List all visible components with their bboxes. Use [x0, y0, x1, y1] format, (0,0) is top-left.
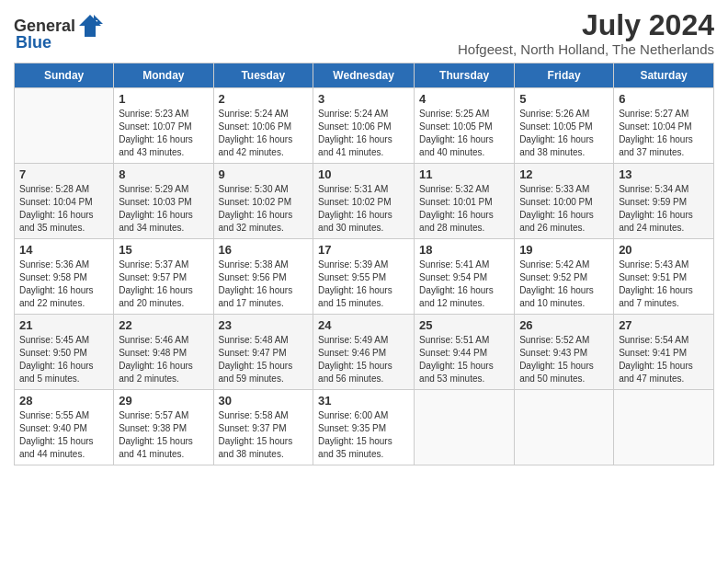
- day-info: Sunrise: 5:34 AM Sunset: 9:59 PM Dayligh…: [619, 183, 709, 235]
- day-number: 18: [419, 243, 509, 257]
- day-number: 23: [219, 318, 309, 332]
- day-cell: 24Sunrise: 5:49 AM Sunset: 9:46 PM Dayli…: [313, 315, 415, 390]
- day-cell: 30Sunrise: 5:58 AM Sunset: 9:37 PM Dayli…: [213, 390, 313, 465]
- day-number: 17: [318, 243, 409, 257]
- day-info: Sunrise: 5:38 AM Sunset: 9:56 PM Dayligh…: [219, 259, 309, 310]
- day-cell: 25Sunrise: 5:51 AM Sunset: 9:44 PM Dayli…: [415, 315, 515, 390]
- day-number: 1: [119, 92, 208, 106]
- day-info: Sunrise: 5:30 AM Sunset: 10:02 PM Daylig…: [219, 183, 309, 235]
- day-info: Sunrise: 5:27 AM Sunset: 10:04 PM Daylig…: [619, 108, 709, 159]
- title-area: July 2024 Hofgeest, North Holland, The N…: [458, 9, 714, 57]
- week-row-4: 21Sunrise: 5:45 AM Sunset: 9:50 PM Dayli…: [15, 315, 714, 390]
- day-cell: 5Sunrise: 5:26 AM Sunset: 10:05 PM Dayli…: [515, 88, 614, 164]
- day-number: 10: [318, 167, 409, 181]
- day-cell: 19Sunrise: 5:42 AM Sunset: 9:52 PM Dayli…: [515, 239, 614, 315]
- location-title: Hofgeest, North Holland, The Netherlands: [458, 41, 714, 57]
- day-cell: 17Sunrise: 5:39 AM Sunset: 9:55 PM Dayli…: [313, 239, 415, 315]
- day-cell: 7Sunrise: 5:28 AM Sunset: 10:04 PM Dayli…: [15, 164, 114, 239]
- day-cell: 21Sunrise: 5:45 AM Sunset: 9:50 PM Dayli…: [15, 315, 114, 390]
- day-info: Sunrise: 5:37 AM Sunset: 9:57 PM Dayligh…: [119, 259, 208, 310]
- day-cell: 13Sunrise: 5:34 AM Sunset: 9:59 PM Dayli…: [614, 164, 714, 239]
- day-number: 12: [519, 167, 609, 181]
- day-cell: 28Sunrise: 5:55 AM Sunset: 9:40 PM Dayli…: [15, 390, 114, 465]
- day-cell: 6Sunrise: 5:27 AM Sunset: 10:04 PM Dayli…: [614, 88, 714, 164]
- day-info: Sunrise: 5:51 AM Sunset: 9:44 PM Dayligh…: [419, 334, 509, 385]
- day-info: Sunrise: 5:26 AM Sunset: 10:05 PM Daylig…: [519, 108, 609, 159]
- day-info: Sunrise: 5:54 AM Sunset: 9:41 PM Dayligh…: [619, 334, 709, 385]
- day-number: 27: [619, 318, 709, 332]
- calendar-table: SundayMondayTuesdayWednesdayThursdayFrid…: [14, 63, 714, 465]
- day-cell: [415, 390, 515, 465]
- week-row-1: 1Sunrise: 5:23 AM Sunset: 10:07 PM Dayli…: [15, 88, 714, 164]
- day-info: Sunrise: 5:43 AM Sunset: 9:51 PM Dayligh…: [619, 259, 709, 310]
- column-header-wednesday: Wednesday: [313, 63, 415, 88]
- column-header-sunday: Sunday: [15, 63, 114, 88]
- day-info: Sunrise: 5:42 AM Sunset: 9:52 PM Dayligh…: [519, 259, 609, 310]
- day-info: Sunrise: 5:31 AM Sunset: 10:02 PM Daylig…: [318, 183, 409, 235]
- day-cell: [15, 88, 114, 164]
- day-info: Sunrise: 5:24 AM Sunset: 10:06 PM Daylig…: [219, 108, 309, 159]
- day-cell: 10Sunrise: 5:31 AM Sunset: 10:02 PM Dayl…: [313, 164, 415, 239]
- day-info: Sunrise: 5:55 AM Sunset: 9:40 PM Dayligh…: [19, 409, 108, 461]
- day-info: Sunrise: 5:24 AM Sunset: 10:06 PM Daylig…: [318, 108, 409, 159]
- day-info: Sunrise: 5:25 AM Sunset: 10:05 PM Daylig…: [419, 108, 509, 159]
- week-row-3: 14Sunrise: 5:36 AM Sunset: 9:58 PM Dayli…: [15, 239, 714, 315]
- day-cell: 15Sunrise: 5:37 AM Sunset: 9:57 PM Dayli…: [114, 239, 213, 315]
- header-row: SundayMondayTuesdayWednesdayThursdayFrid…: [15, 63, 714, 88]
- day-cell: 9Sunrise: 5:30 AM Sunset: 10:02 PM Dayli…: [213, 164, 313, 239]
- logo-blue: Blue: [16, 33, 51, 52]
- day-number: 7: [19, 167, 108, 181]
- day-info: Sunrise: 5:36 AM Sunset: 9:58 PM Dayligh…: [19, 259, 108, 310]
- day-number: 19: [519, 243, 609, 257]
- column-header-friday: Friday: [515, 63, 614, 88]
- day-info: Sunrise: 5:32 AM Sunset: 10:01 PM Daylig…: [419, 183, 509, 235]
- day-info: Sunrise: 5:49 AM Sunset: 9:46 PM Dayligh…: [318, 334, 409, 385]
- day-cell: 31Sunrise: 6:00 AM Sunset: 9:35 PM Dayli…: [313, 390, 415, 465]
- day-number: 29: [119, 394, 208, 408]
- day-number: 2: [219, 92, 309, 106]
- day-cell: [614, 390, 714, 465]
- day-number: 8: [119, 167, 208, 181]
- day-number: 21: [19, 318, 108, 332]
- day-cell: 8Sunrise: 5:29 AM Sunset: 10:03 PM Dayli…: [114, 164, 213, 239]
- day-number: 3: [318, 92, 409, 106]
- day-cell: 23Sunrise: 5:48 AM Sunset: 9:47 PM Dayli…: [213, 315, 313, 390]
- day-cell: [515, 390, 614, 465]
- day-number: 9: [219, 167, 309, 181]
- day-number: 25: [419, 318, 509, 332]
- day-info: Sunrise: 5:29 AM Sunset: 10:03 PM Daylig…: [119, 183, 208, 235]
- column-header-monday: Monday: [114, 63, 213, 88]
- day-info: Sunrise: 5:58 AM Sunset: 9:37 PM Dayligh…: [219, 409, 309, 461]
- day-cell: 2Sunrise: 5:24 AM Sunset: 10:06 PM Dayli…: [213, 88, 313, 164]
- logo-icon: [77, 13, 103, 39]
- day-info: Sunrise: 5:28 AM Sunset: 10:04 PM Daylig…: [19, 183, 108, 235]
- week-row-5: 28Sunrise: 5:55 AM Sunset: 9:40 PM Dayli…: [15, 390, 714, 465]
- day-cell: 11Sunrise: 5:32 AM Sunset: 10:01 PM Dayl…: [415, 164, 515, 239]
- day-info: Sunrise: 5:41 AM Sunset: 9:54 PM Dayligh…: [419, 259, 509, 310]
- day-cell: 4Sunrise: 5:25 AM Sunset: 10:05 PM Dayli…: [415, 88, 515, 164]
- month-title: July 2024: [458, 9, 714, 41]
- logo: General Blue: [14, 13, 103, 52]
- day-number: 14: [19, 243, 108, 257]
- day-info: Sunrise: 5:33 AM Sunset: 10:00 PM Daylig…: [519, 183, 609, 235]
- day-number: 6: [619, 92, 709, 106]
- day-number: 15: [119, 243, 208, 257]
- day-number: 28: [19, 394, 108, 408]
- day-number: 30: [219, 394, 309, 408]
- day-number: 20: [619, 243, 709, 257]
- day-cell: 20Sunrise: 5:43 AM Sunset: 9:51 PM Dayli…: [614, 239, 714, 315]
- day-cell: 14Sunrise: 5:36 AM Sunset: 9:58 PM Dayli…: [15, 239, 114, 315]
- day-cell: 27Sunrise: 5:54 AM Sunset: 9:41 PM Dayli…: [614, 315, 714, 390]
- column-header-thursday: Thursday: [415, 63, 515, 88]
- day-info: Sunrise: 6:00 AM Sunset: 9:35 PM Dayligh…: [318, 409, 409, 461]
- day-info: Sunrise: 5:46 AM Sunset: 9:48 PM Dayligh…: [119, 334, 208, 385]
- day-number: 24: [318, 318, 409, 332]
- svg-marker-0: [79, 15, 101, 37]
- day-info: Sunrise: 5:52 AM Sunset: 9:43 PM Dayligh…: [519, 334, 609, 385]
- day-info: Sunrise: 5:23 AM Sunset: 10:07 PM Daylig…: [119, 108, 208, 159]
- day-number: 31: [318, 394, 409, 408]
- day-info: Sunrise: 5:45 AM Sunset: 9:50 PM Dayligh…: [19, 334, 108, 385]
- column-header-tuesday: Tuesday: [213, 63, 313, 88]
- day-cell: 3Sunrise: 5:24 AM Sunset: 10:06 PM Dayli…: [313, 88, 415, 164]
- day-number: 13: [619, 167, 709, 181]
